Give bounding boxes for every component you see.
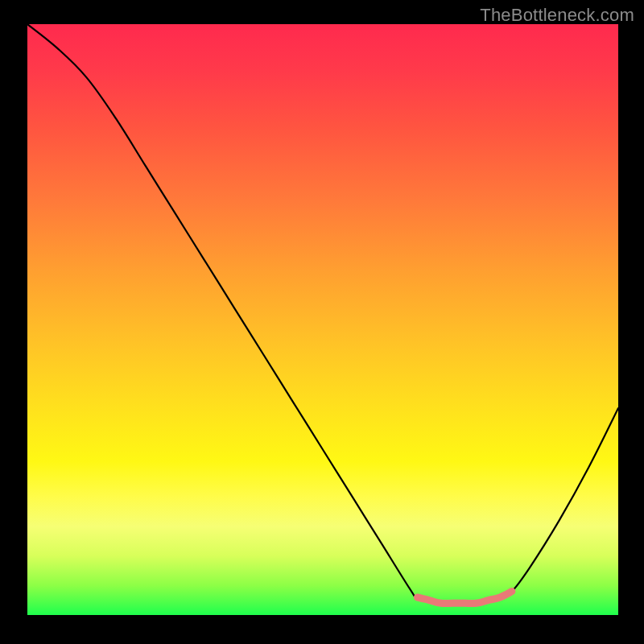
bottleneck-curve (27, 24, 618, 604)
optimal-band-marker (417, 592, 512, 604)
chart-frame: TheBottleneck.com (0, 0, 644, 644)
curve-svg (27, 24, 618, 615)
plot-area (27, 24, 618, 615)
watermark-text: TheBottleneck.com (480, 5, 634, 26)
